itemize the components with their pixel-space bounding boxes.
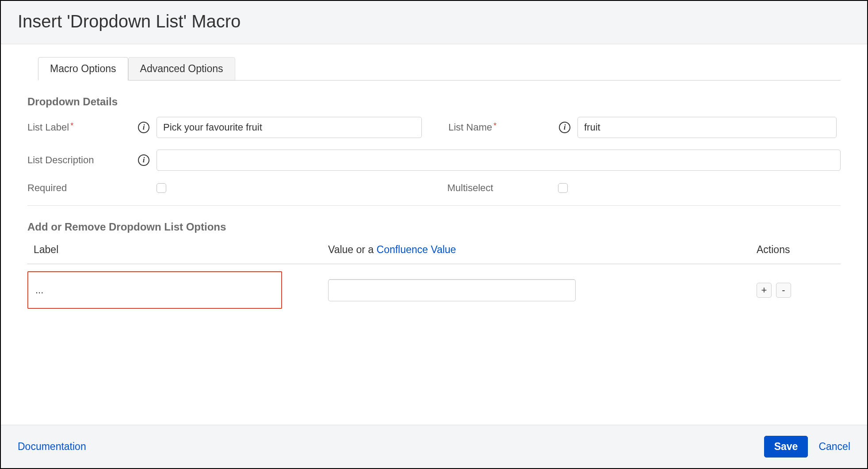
label-list-name: List Name* <box>448 122 559 133</box>
group-list-label: List Label* i <box>27 117 422 138</box>
col-header-value: Value or a Confluence Value <box>328 244 752 256</box>
add-option-button[interactable]: + <box>757 283 772 298</box>
info-icon[interactable]: i <box>559 122 570 133</box>
macro-dialog: Insert 'Dropdown List' Macro Macro Optio… <box>0 0 868 469</box>
options-row: + - <box>27 264 841 309</box>
remove-option-button[interactable]: - <box>776 283 791 298</box>
options-table: Label Value or a Confluence Value Action… <box>27 244 841 309</box>
save-button[interactable]: Save <box>764 436 808 457</box>
label-list-label: List Label* <box>27 122 138 133</box>
col-header-label: Label <box>27 244 328 256</box>
label-required: Required <box>27 182 157 194</box>
col-value <box>328 279 752 301</box>
row-required-multiselect: Required Multiselect <box>27 182 841 194</box>
section-options-title: Add or Remove Dropdown List Options <box>27 221 841 233</box>
confluence-value-link[interactable]: Confluence Value <box>377 244 456 255</box>
col-label <box>27 271 328 309</box>
required-asterisk: * <box>493 121 497 131</box>
group-list-description: List Description i <box>27 150 841 171</box>
dialog-body: Macro Options Advanced Options Dropdown … <box>1 44 867 425</box>
info-icon[interactable]: i <box>138 122 149 133</box>
dialog-header: Insert 'Dropdown List' Macro <box>1 1 867 44</box>
label-list-description: List Description <box>27 154 138 166</box>
cancel-button[interactable]: Cancel <box>818 441 850 453</box>
options-head: Label Value or a Confluence Value Action… <box>27 244 841 264</box>
col-header-actions: Actions <box>752 244 841 256</box>
dialog-footer: Documentation Save Cancel <box>1 425 867 468</box>
tab-bar: Macro Options Advanced Options <box>38 57 841 81</box>
list-label-input[interactable] <box>157 117 422 138</box>
tab-macro-options[interactable]: Macro Options <box>38 57 128 81</box>
option-label-input[interactable] <box>27 271 282 309</box>
group-list-name: List Name* i <box>448 117 841 138</box>
required-asterisk: * <box>70 121 73 131</box>
documentation-link[interactable]: Documentation <box>18 441 86 453</box>
required-checkbox[interactable] <box>157 183 166 193</box>
col-actions: + - <box>752 283 841 298</box>
row-list-description: List Description i <box>27 150 841 171</box>
section-divider <box>27 205 841 206</box>
tab-advanced-options[interactable]: Advanced Options <box>128 57 235 81</box>
group-required: Required <box>27 182 421 194</box>
option-value-input[interactable] <box>328 279 576 301</box>
row-list-label-name: List Label* i List Name* i <box>27 117 841 138</box>
dialog-title: Insert 'Dropdown List' Macro <box>18 12 850 31</box>
multiselect-checkbox[interactable] <box>558 183 568 193</box>
footer-actions: Save Cancel <box>764 436 850 457</box>
group-multiselect: Multiselect <box>447 182 841 194</box>
list-name-input[interactable] <box>577 117 837 138</box>
label-multiselect: Multiselect <box>447 182 558 194</box>
list-description-input[interactable] <box>157 150 841 171</box>
info-icon[interactable]: i <box>138 154 149 166</box>
section-dropdown-details-title: Dropdown Details <box>27 96 841 108</box>
